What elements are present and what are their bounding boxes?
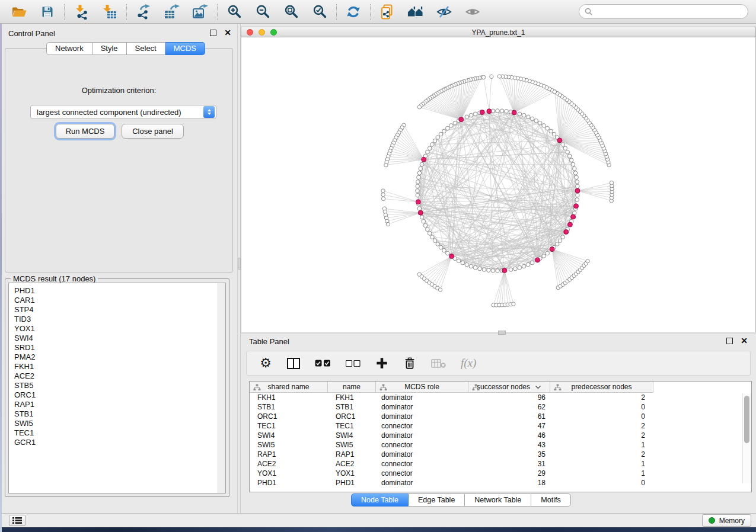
zoom-in-icon[interactable] xyxy=(226,4,243,20)
close-table-panel-button[interactable]: ✕ xyxy=(741,338,748,344)
toolbar-group xyxy=(371,4,489,20)
column-header-MCDS-role[interactable]: MCDS role xyxy=(376,382,468,393)
import-table-icon[interactable] xyxy=(101,4,118,20)
mcds-result-item[interactable]: STP4 xyxy=(14,305,225,315)
table-cell: connector xyxy=(376,469,468,477)
task-history-button[interactable] xyxy=(9,515,25,526)
table-row[interactable]: YOX1YOX1connector291 xyxy=(250,469,751,478)
tab-edge-table[interactable]: Edge Table xyxy=(409,493,465,507)
network-graph[interactable] xyxy=(241,37,756,332)
close-panel-button[interactable]: ✕ xyxy=(224,30,231,36)
add-column-icon[interactable] xyxy=(375,356,388,370)
tab-network-table[interactable]: Network Table xyxy=(465,493,531,507)
mcds-result-item[interactable]: SRD1 xyxy=(14,343,225,352)
clone-network-icon[interactable] xyxy=(379,4,395,20)
tab-node-table[interactable]: Node Table xyxy=(351,493,409,507)
memory-status-icon xyxy=(709,517,715,524)
tab-motifs[interactable]: Motifs xyxy=(531,493,570,507)
table-cell: connector xyxy=(376,422,468,430)
mcds-result-item[interactable]: STB1 xyxy=(14,409,225,419)
table-cell: RAP1 xyxy=(328,450,376,459)
tab-select[interactable]: Select xyxy=(127,42,165,55)
zoom-selected-icon[interactable] xyxy=(311,4,328,20)
network-column-icon xyxy=(472,384,480,393)
table-row[interactable]: SWI5SWI5connector431 xyxy=(250,440,751,450)
table-cell: PHD1 xyxy=(328,479,376,487)
first-neighbors-icon[interactable] xyxy=(407,4,424,20)
mcds-result-item[interactable]: GCR1 xyxy=(14,438,225,447)
table-cell: ACE2 xyxy=(250,460,328,468)
toolbar-group xyxy=(218,4,336,20)
network-column-icon xyxy=(554,384,562,393)
mcds-result-item[interactable]: TID3 xyxy=(14,315,225,324)
mcds-result-item[interactable]: CAR1 xyxy=(14,296,225,305)
table-cell: SWI4 xyxy=(250,431,328,440)
select-all-icon[interactable] xyxy=(315,356,331,370)
mcds-result-item[interactable]: SWI4 xyxy=(14,334,225,343)
memory-button[interactable]: Memory xyxy=(702,514,751,527)
export-image-icon[interactable] xyxy=(192,4,209,20)
delete-column-icon[interactable] xyxy=(403,356,416,370)
column-header-successor-nodes[interactable]: successor nodes xyxy=(468,382,550,393)
criterion-select[interactable]: largest connected component (undirected) xyxy=(30,105,216,119)
close-panel-button-mcds[interactable]: Close panel xyxy=(122,124,184,139)
save-session-icon[interactable] xyxy=(39,4,56,20)
network-view-canvas[interactable] xyxy=(241,37,756,332)
export-network-icon[interactable] xyxy=(135,4,152,20)
float-table-panel-button[interactable] xyxy=(726,338,733,344)
export-table-icon[interactable] xyxy=(164,4,180,20)
table-row[interactable]: SWI4SWI4dominator462 xyxy=(250,431,751,440)
table-header-row: shared namenameMCDS rolesuccessor nodesp… xyxy=(250,382,751,393)
table-scrollbar[interactable] xyxy=(742,393,751,483)
search-input[interactable] xyxy=(596,6,748,18)
table-row[interactable]: PHD1PHD1dominator180 xyxy=(250,478,751,488)
table-row[interactable]: ORC1ORC1dominator610 xyxy=(250,412,751,421)
table-row[interactable]: RAP1RAP1dominator352 xyxy=(250,450,751,459)
column-header-shared-name[interactable]: shared name xyxy=(250,382,328,393)
mcds-result-item[interactable]: STB5 xyxy=(14,381,225,390)
hide-selected-icon[interactable] xyxy=(436,4,452,20)
run-mcds-button[interactable]: Run MCDS xyxy=(56,124,114,139)
mcds-result-item[interactable]: PHD1 xyxy=(14,286,225,296)
mcds-result-item[interactable]: ACE2 xyxy=(14,371,225,381)
deselect-all-icon[interactable] xyxy=(346,356,361,370)
float-panel-button[interactable] xyxy=(210,30,216,36)
column-header-name[interactable]: name xyxy=(328,382,376,393)
gear-icon[interactable]: ⚙ xyxy=(259,356,272,370)
open-file-icon[interactable] xyxy=(11,4,27,20)
table-row[interactable]: ACE2ACE2connector311 xyxy=(250,459,751,469)
mcds-result-item[interactable]: RAP1 xyxy=(14,400,225,409)
zoom-fit-icon[interactable] xyxy=(283,4,299,20)
table-row[interactable]: STB1STB1dominator620 xyxy=(250,402,751,412)
table-cell: ORC1 xyxy=(250,412,328,421)
table-panel-title: Table Panel xyxy=(249,337,289,346)
show-all-icon[interactable] xyxy=(464,4,481,20)
mcds-result-item[interactable]: TEC1 xyxy=(14,428,225,438)
list-scrollbar[interactable] xyxy=(218,283,225,493)
toolbar-icon-groups xyxy=(2,4,489,20)
split-columns-icon[interactable] xyxy=(287,356,300,370)
table-row[interactable]: TEC1TEC1connector472 xyxy=(250,421,751,431)
import-network-icon[interactable] xyxy=(73,4,90,20)
status-bar: Memory xyxy=(2,513,756,527)
network-window-titlebar[interactable]: YPA_prune.txt_1 xyxy=(241,27,756,37)
mcds-result-item[interactable]: FKH1 xyxy=(14,362,225,371)
mcds-result-item[interactable]: PMA2 xyxy=(14,352,225,362)
toolbar-group xyxy=(65,4,126,20)
table-cell: dominator xyxy=(376,479,468,487)
mcds-result-item[interactable]: SWI5 xyxy=(14,419,225,428)
column-header-predecessor-nodes[interactable]: predecessor nodes xyxy=(550,382,653,393)
scrollbar-thumb[interactable] xyxy=(744,396,749,443)
zoom-out-icon[interactable] xyxy=(254,4,271,20)
search-box[interactable] xyxy=(579,4,748,19)
header-filler xyxy=(653,382,751,393)
tab-network[interactable]: Network xyxy=(46,42,92,55)
mcds-result-list[interactable]: PHD1CAR1STP4TID3YOX1SWI4SRD1PMA2FKH1ACE2… xyxy=(8,283,226,493)
select-stepper-icon xyxy=(203,106,215,118)
apply-layout-icon[interactable] xyxy=(345,4,362,20)
mcds-result-item[interactable]: YOX1 xyxy=(14,324,225,334)
tab-mcds[interactable]: MCDS xyxy=(165,42,205,55)
tab-style[interactable]: Style xyxy=(92,42,127,55)
mcds-result-item[interactable]: ORC1 xyxy=(14,390,225,400)
table-row[interactable]: FKH1FKH1dominator962 xyxy=(250,393,751,402)
